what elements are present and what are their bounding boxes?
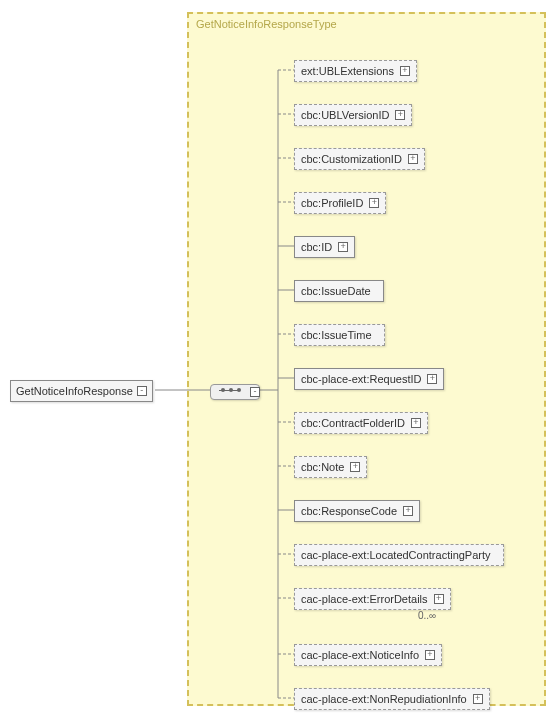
child-element-label: cac-place-ext:NonRepudiationInfo (301, 693, 467, 705)
expand-icon[interactable]: + (395, 110, 405, 120)
root-element-label: GetNoticeInfoResponse (16, 385, 133, 397)
sequence-shape: - (210, 384, 260, 400)
expand-icon[interactable]: + (408, 154, 418, 164)
child-element[interactable]: cbc:IssueTime (294, 324, 385, 346)
child-element-label: ext:UBLExtensions (301, 65, 394, 77)
child-element-label: cbc:Note (301, 461, 344, 473)
expand-icon[interactable]: + (369, 198, 379, 208)
child-element[interactable]: ext:UBLExtensions+ (294, 60, 417, 82)
expand-icon[interactable]: + (350, 462, 360, 472)
child-element-label: cbc:ContractFolderID (301, 417, 405, 429)
expand-icon[interactable]: + (425, 650, 435, 660)
child-element-label: cac-place-ext:LocatedContractingParty (301, 549, 491, 561)
child-element-label: cbc:IssueDate (301, 285, 371, 297)
child-element[interactable]: cbc:UBLVersionID+ (294, 104, 412, 126)
child-element[interactable]: cac-place-ext:ErrorDetails+ (294, 588, 451, 610)
child-element-label: cbc:IssueTime (301, 329, 372, 341)
child-element[interactable]: cbc:ContractFolderID+ (294, 412, 428, 434)
expand-icon[interactable]: + (338, 242, 348, 252)
expand-icon[interactable]: + (473, 694, 483, 704)
root-element[interactable]: GetNoticeInfoResponse - (10, 380, 153, 402)
expand-icon[interactable]: + (427, 374, 437, 384)
child-element[interactable]: cbc:ResponseCode+ (294, 500, 420, 522)
child-element-label: cac-place-ext:NoticeInfo (301, 649, 419, 661)
child-element[interactable]: cac-place-ext:NoticeInfo+ (294, 644, 442, 666)
child-element[interactable]: cbc:ID+ (294, 236, 355, 258)
diagram-canvas: GetNoticeInfoResponseType GetNoticeInfoR… (0, 0, 554, 719)
child-element[interactable]: cbc-place-ext:RequestID+ (294, 368, 444, 390)
child-element-label: cbc:ResponseCode (301, 505, 397, 517)
child-element-label: cbc:UBLVersionID (301, 109, 389, 121)
expand-icon[interactable]: + (400, 66, 410, 76)
cardinality-label: 0..∞ (418, 610, 436, 621)
child-element-label: cbc:ID (301, 241, 332, 253)
expand-icon[interactable]: + (403, 506, 413, 516)
expand-icon[interactable]: + (411, 418, 421, 428)
sequence-dots-icon (221, 388, 241, 392)
child-element[interactable]: cac-place-ext:LocatedContractingParty (294, 544, 504, 566)
child-element[interactable]: cbc:ProfileID+ (294, 192, 386, 214)
sequence-compositor[interactable]: - (210, 384, 258, 398)
child-element-label: cbc:CustomizationID (301, 153, 402, 165)
expand-icon[interactable]: + (434, 594, 444, 604)
expand-icon[interactable]: - (250, 387, 260, 397)
child-element[interactable]: cbc:CustomizationID+ (294, 148, 425, 170)
child-element[interactable]: cac-place-ext:NonRepudiationInfo+ (294, 688, 490, 710)
expand-icon[interactable]: - (137, 386, 147, 396)
child-element-label: cac-place-ext:ErrorDetails (301, 593, 428, 605)
child-element-label: cbc:ProfileID (301, 197, 363, 209)
child-element-label: cbc-place-ext:RequestID (301, 373, 421, 385)
type-name-label: GetNoticeInfoResponseType (196, 18, 337, 30)
child-element[interactable]: cbc:Note+ (294, 456, 367, 478)
child-element[interactable]: cbc:IssueDate (294, 280, 384, 302)
